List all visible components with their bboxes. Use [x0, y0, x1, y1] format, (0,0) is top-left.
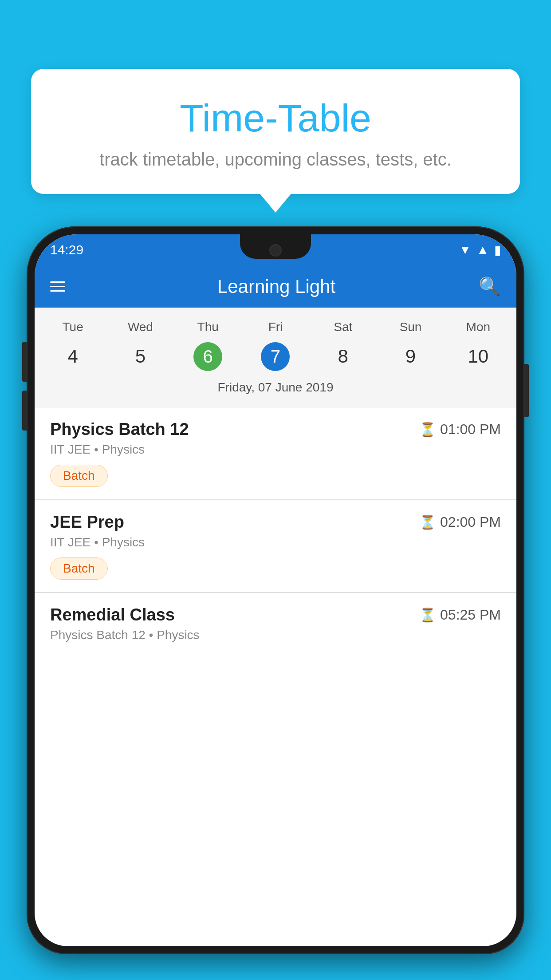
class-time-2: ⏳ 02:00 PM [419, 514, 501, 530]
day-col-6[interactable]: 6 [174, 342, 242, 371]
selected-date: Friday, 07 June 2019 [35, 375, 516, 403]
class-card-1[interactable]: Physics Batch 12 ⏳ 01:00 PM IIT JEE • Ph… [35, 407, 516, 499]
day-header-sat: Sat [309, 316, 377, 338]
app-header: Learning Light 🔍 [35, 265, 516, 308]
day-8[interactable]: 8 [309, 341, 377, 371]
day-col-10[interactable]: 10 [445, 341, 512, 371]
battery-icon: ▮ [494, 243, 501, 257]
class-name-2: JEE Prep [50, 513, 124, 532]
calendar-strip: Tue Wed Thu Fri Sat Sun Mon 4 5 6 7 8 [35, 308, 516, 407]
clock-icon-3: ⏳ [419, 607, 436, 623]
class-card-2[interactable]: JEE Prep ⏳ 02:00 PM IIT JEE • Physics Ba… [35, 500, 516, 592]
class-name-1: Physics Batch 12 [50, 420, 189, 439]
phone-screen: 14:29 ▼ ▲ ▮ Learning Light 🔍 [35, 234, 516, 946]
day-col-8[interactable]: 8 [309, 341, 377, 371]
tooltip-card: Time-Table track timetable, upcoming cla… [31, 69, 520, 194]
day-10[interactable]: 10 [445, 341, 512, 371]
phone-frame: 14:29 ▼ ▲ ▮ Learning Light 🔍 [27, 226, 524, 980]
class-card-3[interactable]: Remedial Class ⏳ 05:25 PM Physics Batch … [35, 593, 516, 663]
day-numbers: 4 5 6 7 8 9 10 [35, 338, 516, 375]
class-time-3: ⏳ 05:25 PM [419, 607, 501, 623]
class-meta-3: Physics Batch 12 • Physics [50, 628, 501, 642]
volume-down-button[interactable] [22, 391, 27, 431]
camera [269, 244, 282, 257]
volume-up-button[interactable] [22, 342, 27, 382]
day-col-7[interactable]: 7 [242, 342, 309, 371]
class-card-3-header: Remedial Class ⏳ 05:25 PM [50, 605, 501, 624]
day-col-9[interactable]: 9 [377, 341, 444, 371]
tooltip-subtitle: track timetable, upcoming classes, tests… [53, 150, 498, 170]
class-meta-1: IIT JEE • Physics [50, 443, 501, 457]
screen-content: Tue Wed Thu Fri Sat Sun Mon 4 5 6 7 8 [35, 308, 516, 946]
batch-tag-1: Batch [50, 465, 108, 487]
clock-icon-1: ⏳ [419, 422, 436, 437]
class-card-1-header: Physics Batch 12 ⏳ 01:00 PM [50, 420, 501, 439]
clock-icon-2: ⏳ [419, 514, 436, 530]
day-col-5[interactable]: 5 [106, 341, 174, 371]
day-headers: Tue Wed Thu Fri Sat Sun Mon [35, 316, 516, 338]
wifi-icon: ▼ [459, 243, 472, 257]
phone-outer: 14:29 ▼ ▲ ▮ Learning Light 🔍 [27, 226, 524, 954]
status-icons: ▼ ▲ ▮ [459, 243, 501, 257]
day-header-sun: Sun [377, 316, 444, 338]
class-card-2-header: JEE Prep ⏳ 02:00 PM [50, 513, 501, 532]
day-header-tue: Tue [39, 316, 106, 338]
day-5[interactable]: 5 [106, 341, 174, 371]
day-header-wed: Wed [106, 316, 174, 338]
phone-notch [240, 234, 311, 259]
batch-tag-2: Batch [50, 557, 108, 580]
status-time: 14:29 [50, 242, 83, 257]
signal-icon: ▲ [476, 243, 489, 257]
power-button[interactable] [524, 364, 529, 417]
class-meta-2: IIT JEE • Physics [50, 535, 501, 549]
day-header-thu: Thu [174, 316, 242, 338]
tooltip-title: Time-Table [53, 95, 498, 141]
app-title: Learning Light [87, 276, 465, 297]
day-9[interactable]: 9 [377, 341, 444, 371]
class-time-1: ⏳ 01:00 PM [419, 421, 501, 438]
search-icon[interactable]: 🔍 [479, 276, 501, 297]
day-4[interactable]: 4 [39, 341, 106, 371]
menu-icon[interactable] [50, 281, 65, 292]
day-header-mon: Mon [445, 316, 512, 338]
day-6-today[interactable]: 6 [193, 342, 222, 371]
day-7-selected[interactable]: 7 [261, 342, 290, 371]
class-name-3: Remedial Class [50, 605, 175, 624]
day-col-4[interactable]: 4 [39, 341, 106, 371]
day-header-fri: Fri [242, 316, 309, 338]
